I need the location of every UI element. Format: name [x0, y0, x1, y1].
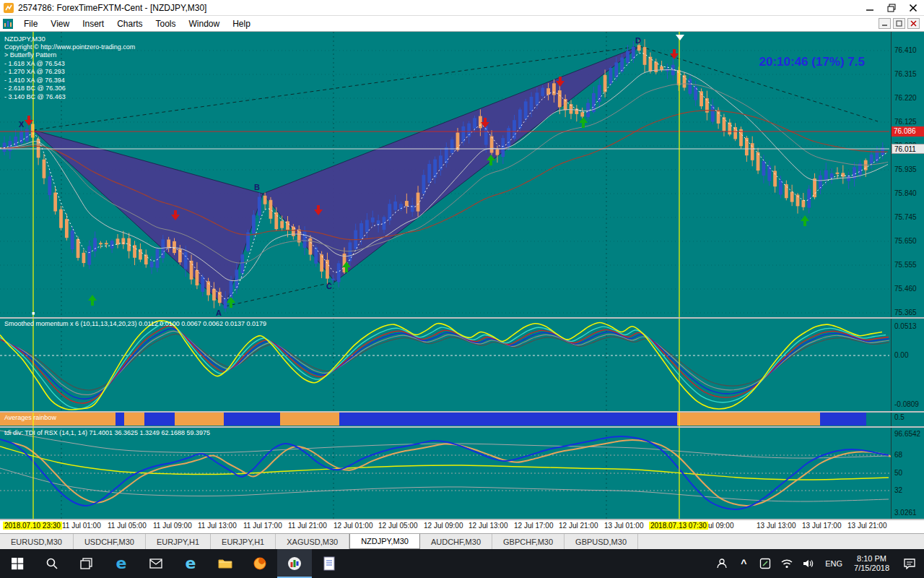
- chart-tab-xagusd-m30[interactable]: XAGUSD,M30: [276, 534, 349, 549]
- start-icon: [11, 557, 24, 570]
- info-line: - 2.618 BC @ 76.306: [4, 85, 135, 93]
- chart-tab-gbpchf-m30[interactable]: GBPCHF,M30: [492, 534, 565, 549]
- restore-button[interactable]: [881, 0, 902, 16]
- time-label: 12 Jul 05:00: [378, 522, 418, 530]
- tray-hidden-icons-icon[interactable]: ^: [733, 549, 754, 578]
- chart-tab-audchf-m30[interactable]: AUDCHF,M30: [420, 534, 492, 549]
- rainbow-pane-label: Averages rainbow: [4, 414, 56, 421]
- scale-label: 68: [894, 451, 902, 459]
- child-restore-button[interactable]: [893, 18, 905, 29]
- chart-window-icon[interactable]: [3, 19, 13, 29]
- taskbar-firefox-button[interactable]: [243, 549, 277, 578]
- svg-text:A: A: [216, 309, 222, 317]
- pattern-info-lines: Copyright © http://www.pointzero-trading…: [4, 43, 135, 102]
- time-label: 12 Jul 09:00: [424, 522, 463, 530]
- chart-plot[interactable]: XABCD: [0, 32, 891, 520]
- menu-file[interactable]: File: [17, 17, 44, 30]
- taskbar: ee ^ ENG 8:10 PM 7/15/2018: [0, 549, 924, 578]
- file-explorer-icon: [218, 558, 232, 569]
- taskbar-task-view-button[interactable]: [69, 549, 104, 578]
- scale-label: 0.0513: [894, 322, 917, 330]
- action-center-button[interactable]: [895, 549, 924, 578]
- menu-items: FileViewInsertChartsToolsWindowHelp: [17, 17, 257, 30]
- taskbar-internet-explorer-button[interactable]: e: [173, 549, 208, 578]
- scale-label: 76.315: [894, 70, 917, 78]
- taskbar-file-explorer-button[interactable]: [208, 549, 243, 578]
- menu-charts[interactable]: Charts: [110, 17, 149, 30]
- scale-label: 50: [894, 469, 902, 477]
- info-line: Copyright © http://www.pointzero-trading…: [4, 43, 135, 52]
- scale-label: -0.0809: [894, 400, 919, 408]
- scale-label: 75.840: [894, 189, 917, 197]
- task-view-icon: [80, 557, 93, 570]
- time-label: 11 Jul 13:00: [198, 522, 237, 530]
- clock-time: 8:10 PM: [854, 554, 889, 564]
- mail-icon: [149, 558, 162, 569]
- app-icon[interactable]: [4, 3, 14, 13]
- taskbar-metatrader-button[interactable]: [277, 549, 312, 578]
- chart-canvas[interactable]: XABCD NZDJPY,M30 Copyright © http://www.…: [0, 32, 924, 520]
- pane-separator[interactable]: [0, 317, 924, 319]
- chart-tab-eurusd-m30[interactable]: EURUSD,M30: [0, 534, 74, 549]
- taskbar-search-button[interactable]: [35, 549, 69, 578]
- menu-bar: FileViewInsertChartsToolsWindowHelp: [0, 16, 924, 32]
- scale-label: 76.125: [894, 118, 917, 126]
- scale-label: 75.365: [894, 309, 917, 316]
- momentum-pane-label: Smoothed momentum x 6 (10,11,13,14,20,23…: [4, 320, 266, 327]
- tray-network-icon[interactable]: [776, 549, 798, 578]
- info-line: - 3.140 BC @ 76.463: [4, 93, 135, 102]
- window-title: 2574786: ForexTimeFXTM-Cent - [NZDJPY,M3…: [18, 3, 206, 13]
- time-label: 11 Jul 05:00: [108, 522, 147, 530]
- taskbar-mail-button[interactable]: [139, 549, 173, 578]
- tray-pen-input-icon[interactable]: [754, 549, 776, 578]
- chart-symbol-label: NZDJPY,M30: [4, 35, 135, 43]
- menu-view[interactable]: View: [44, 17, 76, 30]
- scale-label: 75.555: [894, 261, 917, 269]
- chart-tab-usdchf-m30[interactable]: USDCHF,M30: [74, 534, 146, 549]
- chart-tab-eurjpy-h1[interactable]: EURJPY,H1: [211, 534, 276, 549]
- scale-label: 0.5: [894, 413, 905, 421]
- volume-icon: [802, 558, 815, 569]
- time-label: 11 Jul 17:00: [243, 522, 282, 530]
- close-button[interactable]: [902, 0, 924, 16]
- metatrader-icon: [287, 556, 302, 571]
- time-label: 13 Jul 21:00: [847, 522, 887, 530]
- menu-insert[interactable]: Insert: [76, 17, 110, 30]
- scale-label: 75.745: [894, 213, 917, 221]
- time-label: 12 Jul 21:00: [559, 522, 598, 530]
- taskbar-clock[interactable]: 8:10 PM 7/15/2018: [848, 549, 895, 578]
- candle-countdown-label: 20:10:46 (17%) 7.5: [759, 55, 865, 69]
- time-label: 11 Jul 21:00: [288, 522, 327, 530]
- child-close-button[interactable]: [907, 18, 920, 29]
- menu-tools[interactable]: Tools: [149, 17, 183, 30]
- scale-label: 32: [894, 486, 902, 494]
- menu-help[interactable]: Help: [226, 17, 257, 30]
- pane-separator[interactable]: [0, 426, 924, 428]
- time-axis[interactable]: 2018.07.10 23:3011 Jul 01:0011 Jul 05:00…: [0, 520, 924, 533]
- taskbar-start-button[interactable]: [0, 549, 35, 578]
- taskbar-edge-button[interactable]: e: [104, 549, 139, 578]
- scale-label: 76.410: [894, 46, 917, 54]
- chart-tab-eurjpy-h1[interactable]: EURJPY,H1: [146, 534, 211, 549]
- people-icon: [716, 558, 728, 569]
- network-icon: [780, 558, 793, 569]
- system-tray: ^: [711, 549, 819, 578]
- price-axis[interactable]: 76.086 76.011 76.41076.31576.22076.12576…: [891, 32, 924, 520]
- indicator-info-block: NZDJPY,M30 Copyright © http://www.pointz…: [4, 35, 135, 101]
- metatrader-window: 2574786: ForexTimeFXTM-Cent - [NZDJPY,M3…: [0, 0, 924, 578]
- menu-window[interactable]: Window: [183, 17, 227, 30]
- scale-label: 75.650: [894, 237, 917, 245]
- time-label: 13 Jul 13:00: [757, 522, 796, 530]
- internet-explorer-icon: e: [186, 556, 196, 571]
- child-minimize-button[interactable]: [879, 18, 891, 29]
- chart-tab-gbpusd-m30[interactable]: GBPUSD,M30: [565, 534, 638, 549]
- time-label-highlighted: 2018.07.10 23:30: [3, 522, 62, 530]
- taskbar-notepad-button[interactable]: [312, 549, 346, 578]
- tray-people-icon[interactable]: [711, 549, 733, 578]
- language-indicator[interactable]: ENG: [819, 549, 848, 578]
- tray-volume-icon[interactable]: [798, 549, 819, 578]
- chart-tab-nzdjpy-m30[interactable]: NZDJPY,M30: [349, 534, 420, 549]
- minimize-button[interactable]: [859, 0, 881, 16]
- scale-label: 75.935: [894, 165, 917, 173]
- pane-separator[interactable]: [0, 411, 924, 413]
